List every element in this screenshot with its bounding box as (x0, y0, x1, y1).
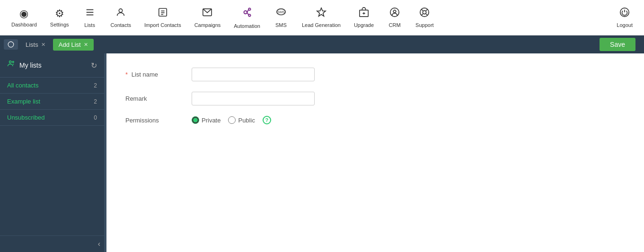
nav-crm[interactable]: CRM (380, 3, 409, 32)
svg-line-26 (426, 9, 428, 11)
nav-import-label: Import Contacts (144, 22, 181, 28)
nav-logout-label: Logout (617, 22, 633, 28)
sidebar-item-example-list-count: 2 (94, 98, 97, 105)
remark-input[interactable] (192, 92, 315, 105)
sidebar-collapse: ‹ (0, 235, 104, 252)
svg-point-29 (8, 42, 14, 47)
tab-add-list-label: Add List (59, 41, 81, 48)
tab-add-list-close[interactable]: ✕ (84, 42, 88, 48)
svg-point-9 (244, 11, 247, 14)
svg-line-13 (247, 12, 248, 15)
form-row-permissions: Permissions Private Public ? (125, 116, 625, 124)
tab-lists-label: Lists (26, 41, 38, 48)
svg-point-3 (119, 9, 123, 12)
nav-dashboard-label: Dashboard (11, 22, 37, 27)
permissions-private-label: Private (202, 117, 221, 124)
nav-upgrade-label: Upgrade (354, 22, 374, 28)
list-name-input[interactable] (192, 68, 315, 81)
tab-add-list[interactable]: Add List ✕ (53, 39, 94, 51)
svg-point-21 (393, 10, 396, 13)
permissions-help-icon[interactable]: ? (263, 116, 271, 124)
save-button-container: Save (600, 38, 640, 51)
sidebar-people-icon (7, 59, 16, 70)
nav-contacts-label: Contacts (111, 22, 131, 28)
nav-support-label: Support (415, 22, 434, 28)
upgrade-icon (359, 7, 369, 20)
sidebar-item-all-contacts-count: 2 (94, 82, 97, 89)
import-contacts-icon (158, 7, 168, 20)
permissions-label: Permissions (125, 117, 192, 124)
sidebar-item-example-list-label: Example list (7, 98, 40, 105)
permissions-private-option[interactable]: Private (192, 116, 221, 124)
nav-upgrade[interactable]: Upgrade (347, 3, 380, 32)
required-star: * (125, 71, 128, 78)
permissions-public-radio[interactable] (228, 116, 236, 124)
nav-automation[interactable]: Automation (227, 2, 267, 33)
permissions-group: Private Public ? (192, 116, 271, 124)
nav-lists-label: Lists (84, 22, 95, 28)
svg-point-31 (12, 61, 14, 63)
sidebar-title: My lists (19, 61, 91, 69)
sidebar: My lists ↻ All contacts 2 Example list 2… (0, 53, 104, 252)
nav-sms[interactable]: SMS SMS (267, 3, 295, 32)
nav-import-contacts[interactable]: Import Contacts (138, 3, 188, 32)
remark-label: Remark (125, 95, 192, 102)
nav-support[interactable]: Support (409, 3, 441, 32)
svg-marker-16 (317, 8, 326, 16)
settings-icon (55, 8, 64, 20)
nav-sms-label: SMS (275, 22, 287, 28)
svg-line-12 (247, 10, 248, 12)
sidebar-item-example-list[interactable]: Example list 2 (0, 94, 104, 110)
svg-point-20 (390, 8, 399, 17)
permissions-private-radio[interactable] (192, 116, 199, 124)
sidebar-item-all-contacts-label: All contacts (7, 82, 38, 89)
form-row-remark: Remark (125, 92, 625, 105)
campaigns-icon (202, 7, 212, 20)
svg-text:SMS: SMS (277, 10, 285, 14)
sidebar-item-unsubscribed-count: 0 (94, 114, 97, 121)
contacts-icon (115, 7, 126, 20)
svg-rect-4 (159, 9, 167, 17)
tab-bar: Lists ✕ Add List ✕ Save (0, 35, 644, 53)
content-area: * List name Remark Permissions Private (106, 53, 644, 252)
sidebar-item-unsubscribed[interactable]: Unsubscribed 0 (0, 110, 104, 126)
nav-lead-generation[interactable]: Lead Generation (295, 3, 347, 32)
nav-lead-gen-label: Lead Generation (302, 22, 341, 28)
nav-crm-label: CRM (389, 22, 401, 28)
main-layout: My lists ↻ All contacts 2 Example list 2… (0, 53, 644, 252)
tab-lists-close[interactable]: ✕ (41, 42, 45, 48)
form-row-list-name: * List name (125, 68, 625, 81)
svg-point-30 (9, 61, 12, 63)
permissions-public-label: Public (238, 117, 255, 124)
support-icon (419, 7, 430, 20)
lead-generation-icon (316, 7, 326, 20)
svg-point-23 (423, 10, 426, 14)
tab-lists[interactable]: Lists ✕ (20, 39, 51, 51)
logout-icon (619, 7, 630, 20)
sidebar-item-unsubscribed-label: Unsubscribed (7, 114, 45, 121)
list-name-label: * List name (125, 71, 192, 78)
sidebar-refresh-icon[interactable]: ↻ (91, 61, 97, 70)
nav-contacts[interactable]: Contacts (104, 3, 138, 32)
sidebar-item-all-contacts[interactable]: All contacts 2 (0, 78, 104, 94)
svg-line-27 (422, 14, 423, 15)
nav-lists[interactable]: Lists (76, 3, 104, 32)
sidebar-header: My lists ↻ (0, 53, 104, 78)
dashboard-icon (19, 8, 28, 20)
nav-automation-label: Automation (234, 23, 260, 29)
nav-dashboard[interactable]: Dashboard (5, 4, 44, 31)
nav-campaigns-label: Campaigns (194, 22, 221, 28)
tab-home[interactable] (4, 39, 18, 50)
crm-icon (389, 7, 400, 20)
lists-icon (85, 7, 95, 20)
save-button[interactable]: Save (600, 38, 635, 51)
svg-line-25 (426, 14, 428, 15)
permissions-public-option[interactable]: Public (228, 116, 255, 124)
sidebar-list: All contacts 2 Example list 2 Unsubscrib… (0, 78, 104, 252)
sidebar-collapse-icon[interactable]: ‹ (98, 240, 100, 248)
nav-campaigns[interactable]: Campaigns (188, 3, 228, 32)
nav-settings[interactable]: Settings (44, 4, 76, 31)
top-navigation: Dashboard Settings Lists Contacts Import… (0, 0, 644, 35)
automation-icon (241, 6, 253, 21)
nav-logout[interactable]: Logout (610, 3, 639, 32)
